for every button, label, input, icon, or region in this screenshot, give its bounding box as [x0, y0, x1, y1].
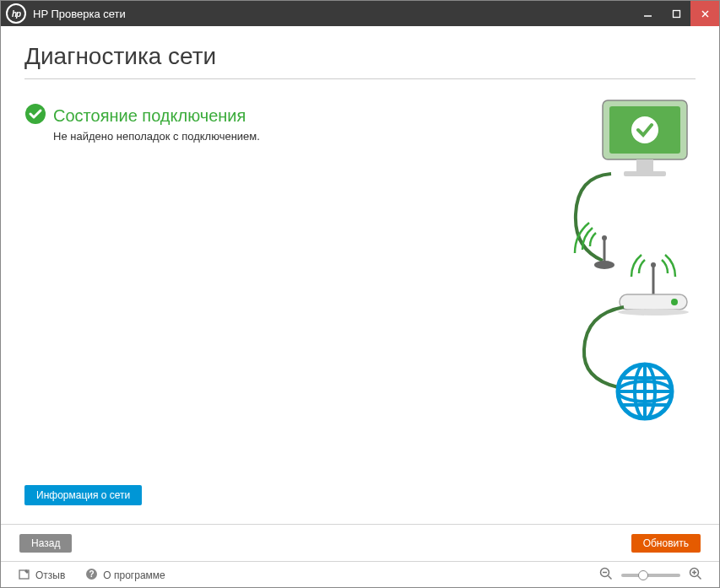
- main-content: Диагностика сети Состояние подключения Н…: [1, 26, 719, 524]
- svg-line-29: [609, 575, 612, 579]
- svg-point-17: [618, 309, 689, 316]
- close-button[interactable]: [690, 1, 719, 26]
- status-message: Не найдено неполадок с подключением.: [53, 130, 544, 143]
- status-heading: Состояние подключения: [53, 106, 246, 126]
- svg-point-7: [631, 116, 658, 143]
- network-diagram: [544, 96, 696, 437]
- zoom-in-button[interactable]: [689, 567, 702, 584]
- svg-point-16: [671, 299, 678, 305]
- svg-rect-9: [624, 171, 666, 176]
- feedback-icon: [18, 568, 30, 583]
- maximize-button[interactable]: [662, 1, 690, 26]
- app-title: HP Проверка сети: [33, 8, 126, 20]
- back-button[interactable]: Назад: [19, 534, 72, 553]
- svg-line-32: [698, 575, 701, 579]
- help-icon: ?: [85, 568, 98, 583]
- feedback-label: Отзыв: [35, 569, 65, 581]
- footer-bar: Отзыв ? О программе: [1, 561, 719, 588]
- action-bar: Назад Обновить: [1, 524, 719, 561]
- svg-point-12: [602, 235, 607, 240]
- about-label: О программе: [103, 569, 165, 581]
- checkmark-icon: [24, 103, 46, 128]
- hp-logo-icon: hp: [6, 3, 26, 24]
- zoom-out-button[interactable]: [599, 567, 613, 584]
- titlebar: hp HP Проверка сети: [1, 1, 719, 26]
- page-title: Диагностика сети: [24, 43, 696, 79]
- svg-point-14: [651, 262, 656, 267]
- svg-rect-8: [636, 159, 653, 171]
- minimize-button[interactable]: [633, 1, 662, 26]
- svg-rect-1: [673, 10, 679, 17]
- refresh-button[interactable]: Обновить: [631, 534, 701, 553]
- network-info-button[interactable]: Информация о сети: [24, 485, 142, 505]
- zoom-slider-thumb[interactable]: [638, 570, 648, 580]
- svg-text:?: ?: [89, 569, 95, 579]
- feedback-link[interactable]: Отзыв: [18, 568, 65, 583]
- about-link[interactable]: ? О программе: [85, 568, 165, 583]
- zoom-slider[interactable]: [621, 574, 680, 577]
